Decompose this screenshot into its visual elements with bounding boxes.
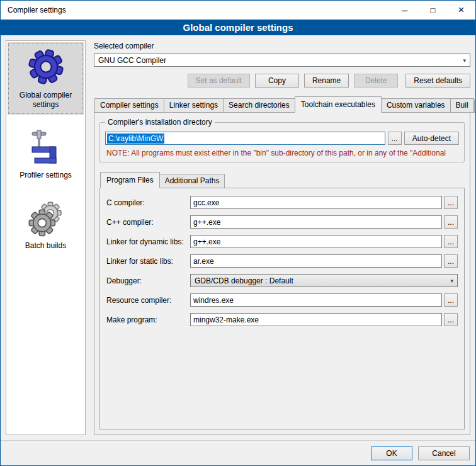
- c-compiler-browse-button[interactable]: ...: [444, 196, 458, 209]
- selected-text: C:\raylib\MinGW: [107, 134, 164, 144]
- tab-scroll-controls: ◄ ►: [474, 99, 476, 113]
- c-compiler-input[interactable]: gcc.exe: [190, 196, 442, 209]
- sidebar-item-label: Global compiler settings: [9, 91, 82, 110]
- debugger-label: Debugger:: [106, 276, 190, 285]
- installation-directory-input[interactable]: C:\raylib\MinGW: [105, 132, 385, 145]
- auto-detect-button[interactable]: Auto-detect: [404, 132, 459, 145]
- make-program-label: Make program:: [106, 315, 190, 324]
- resource-compiler-input[interactable]: windres.exe: [190, 293, 442, 307]
- linker-dynamic-libs-input[interactable]: g++.exe: [190, 235, 442, 248]
- field-row: C++ compiler: g++.exe ...: [106, 215, 458, 229]
- cpp-compiler-browse-button[interactable]: ...: [444, 215, 458, 229]
- program-files-notebook: Program Files Additional Paths C compile…: [99, 171, 465, 429]
- cpp-compiler-label: C++ compiler:: [106, 218, 190, 227]
- field-row: C compiler: gcc.exe ...: [106, 196, 458, 209]
- field-row: Resource compiler: windres.exe ...: [106, 293, 458, 307]
- tab-program-files[interactable]: Program Files: [100, 172, 160, 188]
- maximize-button[interactable]: □: [419, 1, 447, 20]
- dialog-body: Global compiler settings Profiler settin…: [1, 35, 475, 440]
- c-compiler-label: C compiler:: [106, 198, 190, 207]
- make-program-input[interactable]: mingw32-make.exe: [190, 313, 442, 326]
- toolchain-executables-page: Compiler's installation directory C:\ray…: [94, 112, 470, 435]
- compiler-actions: Set as default Copy Rename Delete Reset …: [94, 74, 470, 88]
- sidebar-item-global-compiler-settings[interactable]: Global compiler settings: [8, 42, 84, 115]
- tab-build-options[interactable]: Buil: [450, 98, 474, 113]
- reset-defaults-button[interactable]: Reset defaults: [405, 74, 470, 88]
- chevron-down-icon: ▾: [459, 57, 466, 64]
- installation-directory-row: C:\raylib\MinGW ... Auto-detect: [105, 132, 459, 145]
- make-program-browse-button[interactable]: ...: [444, 313, 458, 326]
- resource-compiler-browse-button[interactable]: ...: [444, 293, 458, 307]
- selected-compiler-select[interactable]: GNU GCC Compiler ▾: [94, 54, 470, 67]
- dialog-header: Global compiler settings: [1, 20, 475, 35]
- gears-stack-icon: [27, 199, 65, 237]
- note-text: NOTE: All programs must exist either in …: [106, 149, 458, 157]
- linker-dynamic-libs-browse-button[interactable]: ...: [444, 235, 458, 248]
- program-files-panel: C compiler: gcc.exe ... C++ compiler: g+…: [99, 188, 465, 429]
- linker-static-libs-browse-button[interactable]: ...: [444, 254, 458, 268]
- delete-button[interactable]: Delete: [354, 74, 398, 88]
- tab-linker-settings[interactable]: Linker settings: [164, 98, 224, 113]
- field-row: Linker for static libs: ar.exe ...: [106, 254, 458, 268]
- ok-button[interactable]: OK: [371, 446, 412, 460]
- field-row: Debugger: GDB/CDB debugger : Default ▾: [106, 274, 458, 287]
- minimize-button[interactable]: ─: [390, 1, 419, 20]
- settings-tabs: Compiler settings Linker settings Search…: [94, 96, 470, 112]
- installation-directory-browse-button[interactable]: ...: [388, 132, 402, 145]
- linker-dynamic-libs-label: Linker for dynamic libs:: [106, 237, 190, 246]
- compiler-settings-dialog: Compiler settings ─ □ × Global compiler …: [0, 0, 476, 466]
- debugger-value: GDB/CDB debugger : Default: [195, 276, 293, 285]
- dialog-footer: OK Cancel: [1, 440, 475, 465]
- resource-compiler-label: Resource compiler:: [106, 296, 190, 305]
- selected-compiler-label: Selected compiler: [94, 42, 470, 50]
- selected-compiler-value: GNU GCC Compiler: [98, 56, 166, 65]
- copy-button[interactable]: Copy: [255, 74, 299, 88]
- program-files-tabs: Program Files Additional Paths: [99, 171, 465, 188]
- linker-static-libs-input[interactable]: ar.exe: [190, 254, 442, 268]
- close-button[interactable]: ×: [447, 1, 475, 20]
- installation-directory-groupbox: Compiler's installation directory C:\ray…: [99, 122, 465, 162]
- clamp-icon: [28, 128, 64, 166]
- field-row: Make program: mingw32-make.exe ...: [106, 313, 458, 326]
- sidebar-item-label: Batch builds: [25, 241, 66, 251]
- groupbox-title: Compiler's installation directory: [105, 118, 215, 127]
- tab-compiler-settings[interactable]: Compiler settings: [94, 98, 164, 113]
- settings-category-list: Global compiler settings Profiler settin…: [6, 40, 86, 435]
- window-title: Compiler settings: [1, 6, 66, 14]
- sidebar-item-profiler-settings[interactable]: Profiler settings: [8, 123, 84, 185]
- titlebar[interactable]: Compiler settings ─ □ ×: [1, 1, 475, 20]
- tab-search-directories[interactable]: Search directories: [223, 98, 295, 113]
- tab-scroll-left-button[interactable]: ◄: [474, 99, 476, 113]
- window-controls: ─ □ ×: [390, 1, 475, 20]
- tab-additional-paths[interactable]: Additional Paths: [159, 174, 225, 188]
- cancel-button[interactable]: Cancel: [418, 446, 470, 460]
- chevron-down-icon: ▾: [446, 278, 453, 284]
- tab-toolchain-executables[interactable]: Toolchain executables: [295, 96, 382, 113]
- main-content: Selected compiler GNU GCC Compiler ▾ Set…: [94, 40, 470, 435]
- sidebar-item-label: Profiler settings: [20, 171, 72, 180]
- sidebar-item-batch-builds[interactable]: Batch builds: [8, 194, 84, 256]
- rename-button[interactable]: Rename: [304, 74, 349, 88]
- field-row: Linker for dynamic libs: g++.exe ...: [106, 235, 458, 248]
- cpp-compiler-input[interactable]: g++.exe: [190, 215, 442, 229]
- tab-custom-variables[interactable]: Custom variables: [381, 98, 451, 113]
- linker-static-libs-label: Linker for static libs:: [106, 257, 190, 266]
- gear-icon: [26, 47, 65, 86]
- set-as-default-button[interactable]: Set as default: [188, 74, 250, 88]
- debugger-select[interactable]: GDB/CDB debugger : Default ▾: [190, 274, 458, 287]
